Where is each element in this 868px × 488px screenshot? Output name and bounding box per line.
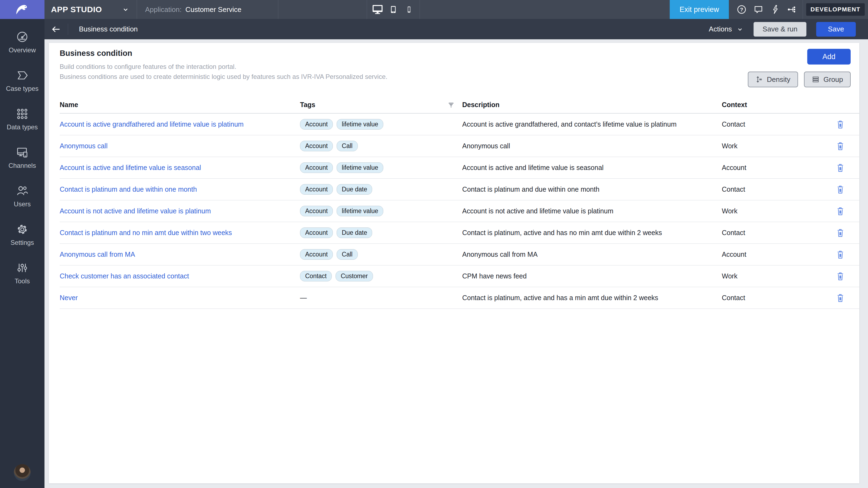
exit-preview-button[interactable]: Exit preview <box>670 0 729 19</box>
delete-button[interactable] <box>835 205 846 217</box>
actions-menu-button[interactable]: Actions <box>709 25 744 33</box>
toolbar-actions: Actions Save & run Save <box>709 22 868 37</box>
empty-tags-placeholder: — <box>300 294 307 302</box>
data-grid-icon <box>16 108 29 120</box>
divider <box>68 24 68 35</box>
trash-icon <box>836 206 845 216</box>
tag-pill: Account <box>300 141 333 151</box>
feedback-button[interactable] <box>750 0 767 19</box>
sidebar-item-channels[interactable]: Channels <box>0 139 44 177</box>
condition-context: Contact <box>722 186 811 193</box>
save-button[interactable]: Save <box>816 22 856 37</box>
condition-name-link[interactable]: Account is not active and lifetime value… <box>60 207 211 215</box>
delete-button[interactable] <box>835 270 846 282</box>
sidebar-item-label: Settings <box>10 239 34 247</box>
divider <box>803 0 803 19</box>
table-header-row: Name Tags Description Context <box>60 95 859 113</box>
density-button[interactable]: Density <box>748 72 798 87</box>
sidebar-item-case-types[interactable]: Case types <box>0 62 44 100</box>
users-icon <box>16 185 29 197</box>
pipeline-branch-icon <box>787 4 797 14</box>
tags-header-label: Tags <box>300 101 315 108</box>
sidebar-item-label: Users <box>14 200 31 208</box>
sidebar-item-tools[interactable]: Tools <box>0 254 44 292</box>
sidebar-item-overview[interactable]: Overview <box>0 23 44 61</box>
divider <box>420 0 420 19</box>
condition-name-link[interactable]: Account is active grandfathered and life… <box>60 120 244 128</box>
tag-list: AccountCall <box>300 249 462 260</box>
condition-description: Contact is platinum, active and has no m… <box>462 229 722 237</box>
pega-pegasus-icon <box>15 3 29 15</box>
tag-pill: Contact <box>300 271 332 282</box>
pipeline-button[interactable] <box>784 0 801 19</box>
tag-pill: Due date <box>337 184 372 195</box>
group-button[interactable]: Group <box>804 72 850 87</box>
application-name: Customer Service <box>185 5 241 14</box>
condition-description: Account is active and lifetime value is … <box>462 164 722 172</box>
condition-name-link[interactable]: Never <box>60 294 78 301</box>
delete-button[interactable] <box>835 140 846 152</box>
table-row: Contact is platinum and due within one m… <box>60 178 859 200</box>
condition-name-link[interactable]: Check customer has an associated contact <box>60 272 189 280</box>
group-rows-icon <box>812 75 820 84</box>
tag-pill: Account <box>300 119 333 130</box>
sidebar-item-settings[interactable]: Settings <box>0 216 44 254</box>
description-line-2: Business conditions are used to create d… <box>60 72 388 82</box>
lightning-icon <box>770 4 780 14</box>
mobile-icon <box>405 3 412 15</box>
page-title: Business condition <box>79 25 138 33</box>
tag-pill: Customer <box>336 271 373 282</box>
sidebar-item-label: Overview <box>9 46 36 54</box>
desktop-preview-button[interactable] <box>370 0 385 19</box>
quick-actions-button[interactable] <box>767 0 784 19</box>
mobile-preview-button[interactable] <box>401 0 417 19</box>
tag-list: AccountDue date <box>300 184 462 195</box>
devices-icon <box>16 146 29 159</box>
tag-list: Accountlifetime value <box>300 119 462 130</box>
table-row: Account is active and lifetime value is … <box>60 157 859 178</box>
condition-context: Contact <box>722 229 811 237</box>
tag-pill: Due date <box>337 227 372 238</box>
column-header-name[interactable]: Name <box>60 95 300 113</box>
back-button[interactable] <box>44 19 68 39</box>
card-header: Business condition Build conditions to c… <box>55 43 859 87</box>
pega-logo[interactable] <box>0 0 44 19</box>
save-and-run-button[interactable]: Save & run <box>753 22 806 37</box>
chat-bubble-icon <box>753 4 764 14</box>
delete-button[interactable] <box>835 227 846 239</box>
sidebar-item-label: Data types <box>7 123 38 131</box>
condition-description: Anonymous call from MA <box>462 251 722 258</box>
filter-icon[interactable] <box>447 101 455 110</box>
condition-description: Account is not active and lifetime value… <box>462 207 722 215</box>
column-header-tags[interactable]: Tags <box>300 95 462 113</box>
condition-name-link[interactable]: Contact is platinum and due within one m… <box>60 186 197 193</box>
density-label: Density <box>767 75 790 84</box>
tag-list: — <box>300 294 462 302</box>
sidebar-item-data-types[interactable]: Data types <box>0 100 44 138</box>
help-button[interactable]: ? <box>733 0 750 19</box>
condition-name-link[interactable]: Account is active and lifetime value is … <box>60 164 201 171</box>
condition-name-link[interactable]: Anonymous call <box>60 142 107 150</box>
add-button[interactable]: Add <box>807 49 850 65</box>
condition-context: Work <box>722 272 811 280</box>
sidebar-item-users[interactable]: Users <box>0 177 44 215</box>
delete-button[interactable] <box>835 249 846 261</box>
tag-pill: Call <box>337 141 358 151</box>
tablet-preview-button[interactable] <box>385 0 401 19</box>
column-header-description[interactable]: Description <box>462 95 722 113</box>
trash-icon <box>836 293 845 303</box>
sidebar-nav: OverviewCase typesData typesChannelsUser… <box>0 19 44 488</box>
user-avatar[interactable] <box>14 464 31 481</box>
delete-button[interactable] <box>835 162 846 174</box>
delete-button[interactable] <box>835 292 846 304</box>
tag-pill: Account <box>300 184 333 195</box>
delete-button[interactable] <box>835 119 846 130</box>
column-header-context[interactable]: Context <box>722 95 811 113</box>
application-switcher[interactable]: Application: Customer Service <box>137 5 278 14</box>
app-studio-menu[interactable]: APP STUDIO <box>51 0 137 19</box>
tag-list: Accountlifetime value <box>300 162 462 173</box>
condition-name-link[interactable]: Anonymous call from MA <box>60 251 135 258</box>
application-label: Application: <box>145 5 182 14</box>
delete-button[interactable] <box>835 184 846 195</box>
condition-name-link[interactable]: Contact is platinum and no min amt due w… <box>60 229 232 236</box>
